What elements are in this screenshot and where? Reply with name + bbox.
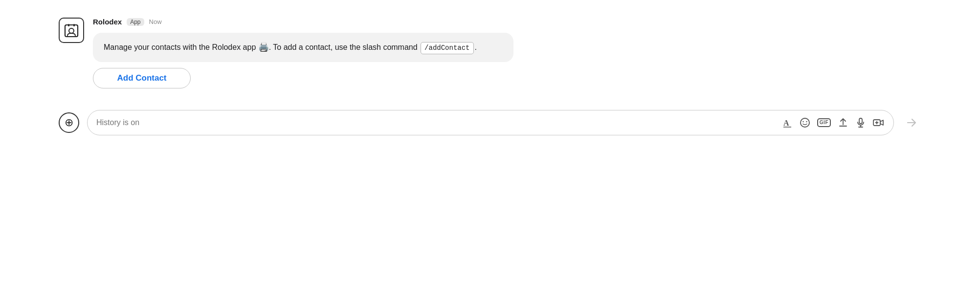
emoji-icon[interactable]	[800, 117, 810, 128]
send-icon	[905, 116, 918, 129]
input-icons: A GIF	[782, 117, 885, 128]
body-part3: .	[475, 43, 477, 51]
plus-icon: ⊕	[65, 116, 73, 129]
upload-icon[interactable]	[838, 117, 848, 128]
svg-rect-2	[73, 24, 75, 26]
svg-text:A: A	[783, 119, 789, 127]
message-row: Rolodex App Now Manage your contacts wit…	[59, 18, 921, 88]
sender-name: Rolodex	[93, 18, 122, 26]
svg-point-6	[801, 118, 809, 127]
gif-icon[interactable]: GIF	[817, 118, 831, 127]
input-bar-section: ⊕ A GIF	[0, 101, 980, 144]
svg-rect-1	[68, 24, 69, 26]
message-area: Rolodex App Now Manage your contacts wit…	[0, 10, 980, 96]
chat-input[interactable]	[96, 118, 775, 127]
input-pill: A GIF	[87, 110, 894, 135]
rolodex-emoji: 🖨️	[258, 42, 269, 52]
format-text-icon[interactable]: A	[782, 117, 793, 128]
body-part1: Manage your contacts with the Rolodex ap…	[104, 43, 258, 51]
avatar-icon	[64, 23, 79, 38]
svg-point-8	[806, 121, 807, 122]
plus-button[interactable]: ⊕	[59, 112, 79, 133]
add-contact-btn-wrap: Add Contact	[93, 68, 921, 88]
svg-rect-9	[859, 118, 862, 124]
avatar	[59, 18, 84, 43]
app-badge: App	[127, 18, 144, 26]
svg-rect-0	[65, 25, 78, 37]
timestamp: Now	[149, 18, 162, 25]
body-part2: . To add a contact, use the slash comman…	[269, 43, 420, 51]
message-content-col: Rolodex App Now Manage your contacts wit…	[93, 18, 921, 88]
add-contact-button[interactable]: Add Contact	[93, 68, 191, 88]
svg-point-7	[802, 121, 803, 122]
slash-command: /addContact	[421, 42, 473, 54]
message-header: Rolodex App Now	[93, 18, 921, 26]
microphone-icon[interactable]	[855, 117, 866, 128]
video-add-icon[interactable]	[873, 117, 885, 128]
send-button[interactable]	[902, 113, 921, 132]
svg-point-3	[69, 28, 74, 33]
message-bubble: Manage your contacts with the Rolodex ap…	[93, 33, 513, 62]
